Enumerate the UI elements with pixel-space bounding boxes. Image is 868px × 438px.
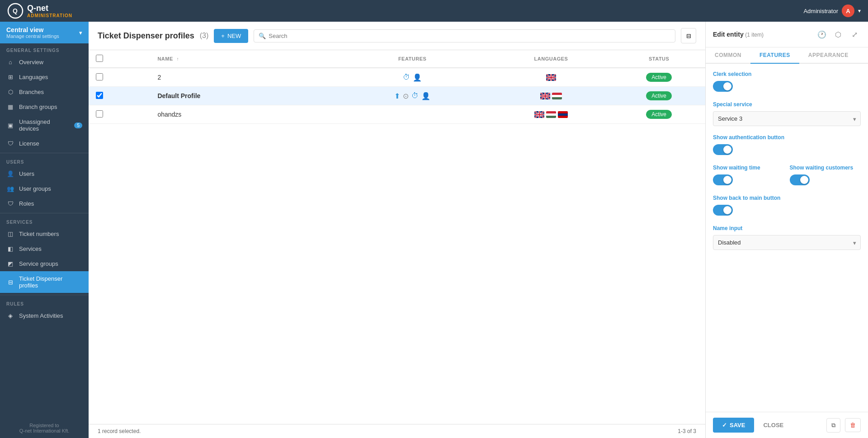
people-icon: 👥 bbox=[6, 185, 14, 192]
tab-features[interactable]: FEATURES bbox=[750, 47, 799, 64]
show-auth-button-toggle[interactable] bbox=[713, 144, 733, 155]
close-button-label: CLOSE bbox=[763, 422, 783, 429]
table-row[interactable]: Default Profile ⬆ ⊙ ⏱ 👤 bbox=[89, 87, 705, 105]
sidebar-item-roles[interactable]: 🛡 Roles bbox=[0, 196, 89, 211]
roles-icon: 🛡 bbox=[6, 200, 14, 207]
user-name: Administrator bbox=[803, 8, 838, 14]
services-label: SERVICES bbox=[0, 215, 89, 226]
edit-tabs: COMMON FEATURES APPEARANCE bbox=[706, 47, 868, 64]
search-box[interactable]: 🔍 bbox=[254, 29, 675, 42]
row-checkbox[interactable] bbox=[96, 92, 103, 99]
central-view-chevron-icon: ▾ bbox=[79, 29, 82, 36]
clerk-selection-toggle[interactable] bbox=[713, 81, 733, 92]
tab-common[interactable]: COMMON bbox=[706, 47, 750, 64]
new-plus-icon: + bbox=[221, 33, 225, 39]
user-dropdown-icon[interactable]: ▾ bbox=[858, 8, 861, 14]
show-waiting-time-toggle[interactable] bbox=[713, 174, 733, 185]
delete-button[interactable]: 🗑 bbox=[845, 418, 861, 432]
sidebar-footer: Registered to Q-net International Kft. bbox=[0, 418, 89, 438]
save-button[interactable]: ✓ SAVE bbox=[713, 418, 754, 433]
share-button[interactable]: ⬡ bbox=[832, 28, 844, 41]
upload-feature-icon: ⬆ bbox=[394, 92, 400, 100]
clerk-selection-field: Clerk selection bbox=[713, 71, 861, 93]
service-group-icon: ◩ bbox=[6, 260, 14, 267]
sidebar-item-ticket-dispenser[interactable]: ⊟ Ticket Dispenser profiles bbox=[0, 271, 89, 293]
registered-to-text: Registered to bbox=[6, 423, 82, 428]
tab-appearance[interactable]: APPEARANCE bbox=[799, 47, 858, 64]
edit-subtitle: (1 item) bbox=[745, 32, 764, 38]
top-navigation: Q Q-net ADMINISTRATION Administrator A ▾ bbox=[0, 0, 868, 22]
name-input-select[interactable]: Disabled Optional Required bbox=[713, 235, 861, 250]
table-row[interactable]: ohandzs bbox=[89, 105, 705, 124]
sidebar-item-label: Services bbox=[19, 245, 42, 252]
dispenser-icon: ⊟ bbox=[6, 279, 14, 286]
central-view-subtitle: Manage central settings bbox=[6, 33, 59, 39]
expand-button[interactable]: ⤢ bbox=[848, 28, 861, 41]
col-name: NAME ↑ bbox=[150, 50, 335, 68]
sidebar-item-user-groups[interactable]: 👥 User groups bbox=[0, 181, 89, 196]
show-auth-button-label: Show authentication button bbox=[713, 134, 861, 141]
sidebar-item-label: Ticket numbers bbox=[19, 231, 59, 237]
copy-icon: ⧉ bbox=[831, 422, 835, 429]
clock-feature-icon: ⏱ bbox=[403, 73, 410, 81]
sidebar-item-services[interactable]: ◧ Services bbox=[0, 241, 89, 256]
show-waiting-time-field: Show waiting time bbox=[713, 165, 784, 187]
search-input[interactable] bbox=[269, 33, 670, 39]
svg-rect-13 bbox=[552, 95, 562, 97]
svg-rect-23 bbox=[558, 111, 568, 113]
sidebar-item-label: User groups bbox=[19, 185, 51, 192]
filter-button[interactable]: ⊟ bbox=[681, 28, 696, 43]
show-back-main-toggle[interactable] bbox=[713, 205, 733, 216]
svg-rect-14 bbox=[552, 97, 562, 99]
sidebar-item-overview[interactable]: ⌂ Overview bbox=[0, 55, 89, 70]
svg-rect-24 bbox=[558, 113, 568, 116]
central-view-title: Central view bbox=[6, 26, 59, 33]
new-button[interactable]: + NEW bbox=[214, 29, 248, 43]
clerk-selection-label: Clerk selection bbox=[713, 71, 861, 77]
show-waiting-customers-toggle[interactable] bbox=[790, 174, 810, 185]
user-area[interactable]: Administrator A ▾ bbox=[803, 5, 861, 17]
sidebar-item-languages[interactable]: ⊞ Languages bbox=[0, 70, 89, 85]
copy-button[interactable]: ⧉ bbox=[826, 418, 840, 433]
row-checkbox[interactable] bbox=[96, 73, 103, 80]
sidebar-item-system-activities[interactable]: ◈ System Activities bbox=[0, 308, 89, 323]
row-features bbox=[335, 105, 490, 124]
sidebar-item-branches[interactable]: ⬡ Branches bbox=[0, 85, 89, 99]
new-button-label: NEW bbox=[227, 33, 241, 39]
delete-icon: 🗑 bbox=[850, 422, 856, 429]
list-count: (3) bbox=[200, 32, 209, 40]
central-view-button[interactable]: Central view Manage central settings ▾ bbox=[0, 22, 89, 43]
close-button[interactable]: CLOSE bbox=[759, 418, 788, 433]
service-icon: ◧ bbox=[6, 245, 14, 252]
row-checkbox[interactable] bbox=[96, 110, 103, 118]
flag-hu bbox=[552, 93, 562, 99]
filter-icon: ⊟ bbox=[686, 33, 691, 39]
company-name: Q-net International Kft. bbox=[6, 428, 82, 433]
svg-rect-12 bbox=[552, 93, 562, 95]
show-waiting-time-label: Show waiting time bbox=[713, 165, 784, 171]
row-languages bbox=[490, 105, 613, 124]
sidebar-item-license[interactable]: 🛡 License bbox=[0, 136, 89, 151]
row-features: ⬆ ⊙ ⏱ 👤 bbox=[335, 87, 490, 105]
logo-name: Q-net bbox=[27, 4, 72, 13]
logo-sub: ADMINISTRATION bbox=[27, 13, 72, 18]
flag-uk bbox=[546, 74, 556, 81]
sidebar-item-users[interactable]: 👤 Users bbox=[0, 166, 89, 181]
qnet-logo-icon: Q bbox=[7, 3, 24, 19]
table-row[interactable]: 2 ⏱ 👤 bbox=[89, 68, 705, 87]
status-badge: Active bbox=[646, 110, 672, 119]
sidebar-item-branch-groups[interactable]: ▦ Branch groups bbox=[0, 99, 89, 114]
sidebar-item-service-groups[interactable]: ◩ Service groups bbox=[0, 256, 89, 271]
sidebar-item-ticket-numbers[interactable]: ◫ Ticket numbers bbox=[0, 226, 89, 241]
special-service-label: Special service bbox=[713, 101, 861, 108]
col-languages: LANGUAGES bbox=[490, 50, 613, 68]
col-status: STATUS bbox=[613, 50, 705, 68]
history-button[interactable]: 🕐 bbox=[816, 28, 828, 41]
table-container: NAME ↑ FEATURES LANGUAGES STATUS 2 bbox=[89, 50, 705, 424]
sidebar-item-unassigned-devices[interactable]: ▣ Unassigned devices 5 bbox=[0, 114, 89, 136]
select-all-checkbox[interactable] bbox=[96, 55, 103, 62]
show-back-main-label: Show back to main button bbox=[713, 195, 861, 201]
special-service-select[interactable]: Service 3 None Service 1 Service 2 Servi… bbox=[713, 111, 861, 126]
row-name: 2 bbox=[150, 68, 335, 87]
show-waiting-customers-field: Show waiting customers bbox=[790, 165, 861, 187]
